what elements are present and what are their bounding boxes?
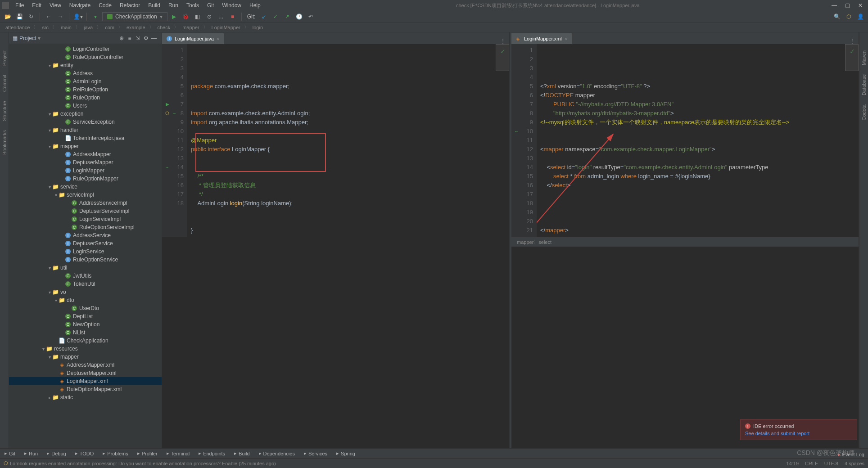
reload-icon[interactable]: ↻ — [26, 12, 36, 22]
toolwin-build[interactable]: ▸Build — [230, 449, 254, 458]
tree-item[interactable]: CAddressServiceImpl — [9, 199, 162, 207]
tree-item[interactable]: IRuleOptionMapper — [9, 175, 162, 183]
tree-item[interactable]: ▸📁static — [9, 393, 162, 401]
menu-help[interactable]: Help — [246, 1, 264, 9]
breadcrumb-item[interactable]: src — [40, 25, 50, 30]
tab-close-icon[interactable]: × — [217, 36, 219, 41]
error-notification[interactable]: !IDE error occurred See details and subm… — [740, 419, 857, 440]
gear-icon[interactable]: ⚙ — [142, 34, 150, 42]
tree-item[interactable]: CServiceException — [9, 118, 162, 126]
toolwin-problems[interactable]: ▸Problems — [98, 449, 132, 458]
tool-bookmarks[interactable]: Bookmarks — [2, 130, 7, 155]
menu-view[interactable]: View — [46, 1, 65, 9]
tree-item[interactable]: CRuleOptionController — [9, 53, 162, 61]
git-rollback-icon[interactable]: ↶ — [306, 12, 316, 22]
tool-structure[interactable]: Structure — [2, 101, 7, 121]
git-commit-icon[interactable]: ✓ — [271, 12, 280, 22]
breadcrumb-item[interactable]: attendance — [4, 25, 32, 30]
tool-codota[interactable]: Codota — [861, 104, 867, 120]
tree-item[interactable]: 📄CheckApplication — [9, 337, 162, 345]
toolwin-endpoints[interactable]: ▸Endpoints — [194, 449, 230, 458]
status-item[interactable]: CRLF — [805, 461, 818, 466]
tool-database[interactable]: Database — [861, 74, 867, 95]
maximize-button[interactable]: ▢ — [845, 2, 850, 9]
breadcrumb-item[interactable]: java — [82, 25, 95, 30]
tree-item[interactable]: CAdminLogin — [9, 77, 162, 86]
breadcrumb-item[interactable]: com — [103, 25, 116, 30]
toolwin-terminal[interactable]: ▸Terminal — [162, 449, 194, 458]
close-button[interactable]: ✕ — [858, 2, 863, 9]
search-icon[interactable]: 🔍 — [832, 12, 842, 22]
run-icon[interactable]: ▶ — [169, 12, 179, 22]
tree-item[interactable]: IRuleOptionService — [9, 256, 162, 264]
tabs-more-icon[interactable]: ⋮ — [497, 38, 509, 44]
collapse-icon[interactable]: ⇲ — [134, 34, 142, 42]
event-log-button[interactable]: ●Event Log — [837, 452, 864, 457]
open-icon[interactable]: 📂 — [3, 12, 13, 22]
tree-item[interactable]: CUserDto — [9, 304, 162, 312]
tree-item[interactable]: CJwtUtils — [9, 272, 162, 280]
gutter-nav-icon[interactable]: → — [163, 163, 169, 169]
breadcrumb-item[interactable]: login — [251, 25, 265, 30]
profile-icon[interactable]: ⊙ — [204, 12, 214, 22]
tree-item[interactable]: CRuleOptionServiceImpl — [9, 223, 162, 231]
tree-item[interactable]: ▾📁mapper — [9, 353, 162, 361]
toolwin-debug[interactable]: ▸Debug — [42, 449, 70, 458]
tree-item[interactable]: IDeptuserMapper — [9, 158, 162, 166]
toolwin-spring[interactable]: ▸Spring — [332, 449, 360, 458]
code-left[interactable]: ✓ package com.example.check.mapper; impo… — [187, 44, 509, 237]
tree-item[interactable]: CTokenUtil — [9, 280, 162, 288]
expand-icon[interactable]: ≡ — [126, 34, 134, 42]
tree-item[interactable]: CDeptList — [9, 312, 162, 320]
tree-item[interactable]: CLoginController — [9, 45, 162, 53]
avatar-icon[interactable]: 👤 — [855, 12, 865, 22]
save-icon[interactable]: 💾 — [14, 12, 24, 22]
build-icon[interactable]: ▾ — [90, 12, 100, 22]
menu-git[interactable]: Git — [203, 1, 217, 9]
tab-close-icon[interactable]: × — [565, 36, 567, 41]
tree-item[interactable]: CRelRuleOption — [9, 86, 162, 94]
tool-maven[interactable]: Maven — [861, 50, 867, 65]
tree-item[interactable]: IDeptuserService — [9, 239, 162, 248]
tree-item[interactable]: ILoginService — [9, 248, 162, 256]
minimap[interactable] — [496, 44, 509, 71]
tree-item[interactable]: CDeptuserServiceImpl — [9, 207, 162, 215]
toolwin-git[interactable]: ▸Git — [0, 449, 20, 458]
git-history-icon[interactable]: 🕐 — [294, 12, 304, 22]
breadcrumb-item[interactable]: check — [156, 25, 172, 30]
menu-navigate[interactable]: Navigate — [66, 1, 94, 9]
tree-item[interactable]: ◈LoginMapper.xml — [9, 377, 162, 385]
gutter-bean-icon[interactable]: ⬡ — [163, 109, 169, 115]
tree-item[interactable]: CNList — [9, 328, 162, 337]
status-item[interactable]: 4 spaces — [845, 461, 864, 466]
menu-code[interactable]: Code — [95, 1, 115, 9]
code-right[interactable]: ✓ <?xml version="1.0" encoding="UTF-8" ?… — [537, 44, 859, 237]
menu-build[interactable]: Build — [145, 1, 164, 9]
ide-settings-icon[interactable]: ⬡ — [844, 12, 854, 22]
menu-run[interactable]: Run — [165, 1, 182, 9]
breadcrumb-item[interactable]: example — [125, 25, 147, 30]
debug-icon[interactable]: 🐞 — [181, 12, 191, 22]
stop-icon[interactable]: ■ — [228, 12, 238, 22]
breadcrumb-item[interactable]: mapper — [181, 25, 201, 30]
breadcrumb-item[interactable]: main — [59, 25, 73, 30]
status-item[interactable]: UTF-8 — [824, 461, 838, 466]
tree-item[interactable]: ▾📁handler — [9, 126, 162, 134]
attach-icon[interactable]: … — [216, 12, 226, 22]
notification-link[interactable]: See details and submit report — [745, 431, 852, 436]
tree-item[interactable]: ◈AddressMapper.xml — [9, 361, 162, 369]
tree-item[interactable]: ILoginMapper — [9, 166, 162, 175]
tree-item[interactable]: 📄TokenInterceptor.java — [9, 134, 162, 142]
toolwin-dependencies[interactable]: ▸Dependencies — [254, 449, 299, 458]
toolwin-services[interactable]: ▸Services — [299, 449, 332, 458]
tree-item[interactable]: CAddress — [9, 69, 162, 77]
gutter-nav-icon[interactable]: ← — [512, 127, 519, 133]
minimize-button[interactable]: — — [832, 2, 837, 9]
gutter-nav-icon[interactable]: → — [170, 109, 176, 115]
run-config-select[interactable]: CheckApplication ▾ — [102, 12, 167, 21]
coverage-icon[interactable]: ◧ — [193, 12, 203, 22]
tree-item[interactable]: ▾📁util — [9, 264, 162, 272]
tree-item[interactable]: ▾📁serviceImpl — [9, 191, 162, 199]
menu-refactor[interactable]: Refactor — [116, 1, 144, 9]
tree-item[interactable]: ▾📁mapper — [9, 142, 162, 150]
